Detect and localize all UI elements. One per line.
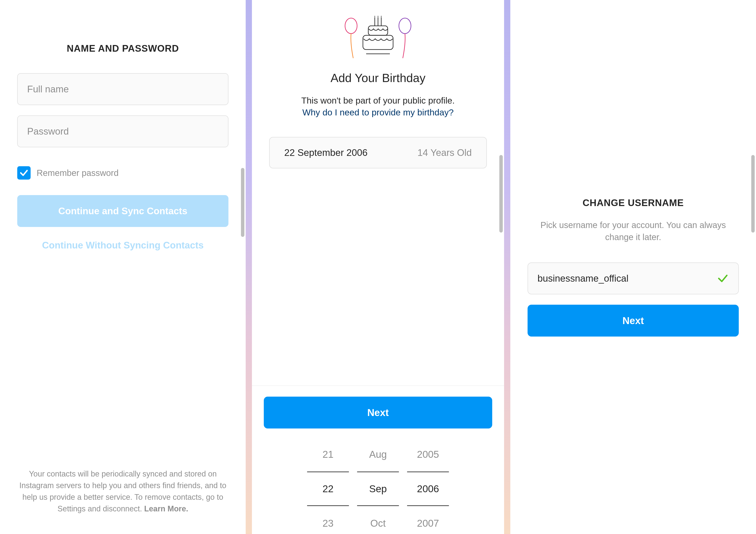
year-prev[interactable]: 2005 <box>407 444 449 465</box>
username-next-button[interactable]: Next <box>527 305 739 337</box>
month-next[interactable]: Oct <box>357 513 399 534</box>
contacts-disclosure-text: Your contacts will be periodically synce… <box>19 470 227 513</box>
day-picker-column[interactable]: 21 22 23 <box>307 444 349 534</box>
scrollbar-thumb[interactable] <box>241 168 244 237</box>
checkmark-icon <box>19 168 29 178</box>
month-prev[interactable]: Aug <box>357 444 399 465</box>
change-username-screen: CHANGE USERNAME Pick username for your a… <box>510 0 756 534</box>
birthday-why-link[interactable]: Why do I need to provide my birthday? <box>302 108 454 117</box>
birthday-heading: Add Your Birthday <box>331 71 425 85</box>
year-next[interactable]: 2007 <box>407 513 449 534</box>
year-selected[interactable]: 2006 <box>407 471 449 506</box>
username-input[interactable] <box>537 273 717 284</box>
date-picker[interactable]: 21 22 23 Aug Sep Oct 2005 2006 2007 <box>307 444 449 534</box>
day-prev[interactable]: 21 <box>307 444 349 465</box>
svg-rect-6 <box>363 35 393 50</box>
birthday-subtext: This won't be part of your public profil… <box>301 96 455 106</box>
birthday-date-value: 22 September 2006 <box>284 147 368 158</box>
change-username-heading: CHANGE USERNAME <box>582 197 684 208</box>
year-picker-column[interactable]: 2005 2006 2007 <box>407 444 449 534</box>
day-selected[interactable]: 22 <box>307 471 349 506</box>
valid-check-icon <box>717 272 729 285</box>
remember-password-label: Remember password <box>37 168 119 178</box>
day-next[interactable]: 23 <box>307 513 349 534</box>
scrollbar-thumb[interactable] <box>499 155 503 233</box>
username-field-wrap[interactable] <box>527 263 739 294</box>
scrollbar-thumb[interactable] <box>751 155 755 233</box>
learn-more-link[interactable]: Learn More. <box>144 504 188 513</box>
remember-password-row[interactable]: Remember password <box>17 166 229 180</box>
change-username-subtext: Pick username for your account. You can … <box>527 219 739 243</box>
gradient-bar <box>246 0 252 534</box>
continue-sync-button[interactable]: Continue and Sync Contacts <box>17 195 229 227</box>
month-selected[interactable]: Sep <box>357 471 399 506</box>
birthday-date-field[interactable]: 22 September 2006 14 Years Old <box>269 137 487 168</box>
password-input[interactable] <box>17 115 229 147</box>
birthday-bottom-panel: Next 21 22 23 Aug Sep Oct 2005 2006 2007 <box>252 385 504 534</box>
continue-nosync-button[interactable]: Continue Without Syncing Contacts <box>42 240 204 251</box>
name-password-heading: NAME AND PASSWORD <box>67 43 179 54</box>
birthday-next-button[interactable]: Next <box>264 396 492 428</box>
remember-password-checkbox[interactable] <box>17 166 31 180</box>
name-password-screen: NAME AND PASSWORD Remember password Cont… <box>0 0 246 534</box>
svg-point-1 <box>399 18 411 34</box>
svg-point-0 <box>345 18 357 34</box>
fullname-input[interactable] <box>17 73 229 105</box>
contacts-disclosure: Your contacts will be periodically synce… <box>0 468 246 534</box>
birthday-cake-icon <box>342 15 414 63</box>
birthday-screen: Add Your Birthday This won't be part of … <box>252 0 504 534</box>
birthday-age-value: 14 Years Old <box>418 147 472 158</box>
month-picker-column[interactable]: Aug Sep Oct <box>357 444 399 534</box>
gradient-bar <box>504 0 510 534</box>
